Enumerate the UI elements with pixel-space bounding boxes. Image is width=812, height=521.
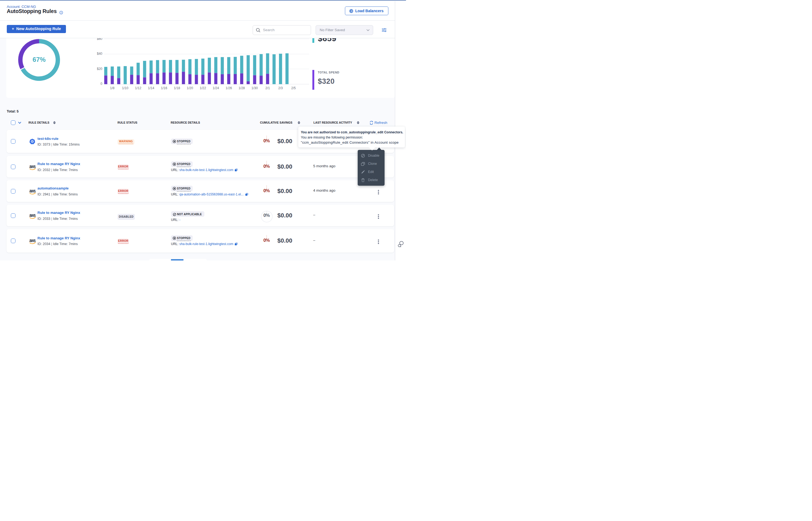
svg-text:aws: aws [29, 164, 36, 169]
svg-text:aws: aws [29, 213, 36, 218]
svg-text:aws: aws [29, 189, 36, 193]
svg-text:aws: aws [29, 239, 36, 243]
